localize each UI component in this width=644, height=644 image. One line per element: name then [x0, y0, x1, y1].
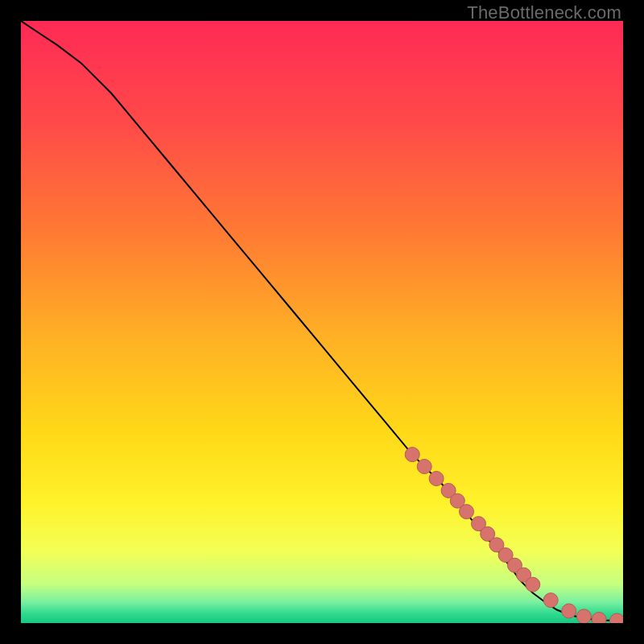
plot-area [21, 21, 623, 623]
dot-marker [576, 609, 591, 623]
dot-marker [543, 593, 558, 608]
plot-svg [21, 21, 623, 623]
gradient-background [21, 21, 623, 623]
dot-marker [592, 613, 606, 624]
dot-marker [417, 460, 431, 474]
dot-marker [460, 505, 474, 519]
dot-marker [429, 472, 444, 486]
dot-marker [562, 604, 576, 618]
dot-marker [405, 448, 419, 462]
chart-stage: TheBottleneck.com [0, 0, 644, 644]
dot-marker [526, 577, 540, 592]
